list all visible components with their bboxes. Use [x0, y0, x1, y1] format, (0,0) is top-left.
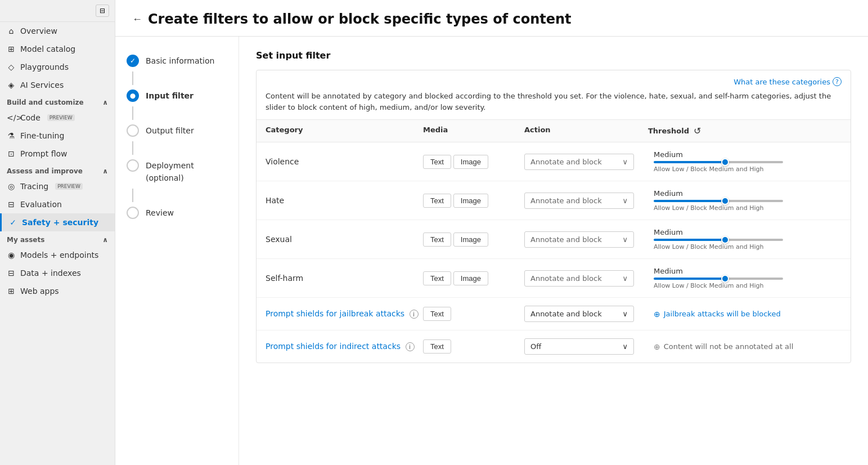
sidebar-item-label: Playgrounds	[20, 62, 69, 71]
category-sexual: Sexual	[266, 235, 423, 244]
action-dropdown-indirect[interactable]: Off ∨	[524, 338, 634, 355]
media-text-jailbreak[interactable]: Text	[423, 307, 451, 321]
media-text-violence[interactable]: Text	[423, 155, 451, 169]
sidebar-item-safety-security[interactable]: ✓ Safety + security	[0, 213, 115, 231]
wizard-step-basic-info[interactable]: ✓ Basic information	[127, 50, 227, 71]
dropdown-chevron-icon: ∨	[622, 342, 628, 351]
overview-icon: ⌂	[7, 26, 16, 35]
build-customize-section[interactable]: Build and customize ∧	[0, 94, 115, 109]
action-dropdown-self-harm[interactable]: Annotate and block ∨	[524, 270, 634, 287]
sidebar-item-models-endpoints[interactable]: ◉ Models + endpoints	[0, 246, 115, 264]
step-connector	[132, 141, 133, 155]
playgrounds-icon: ◇	[7, 62, 16, 71]
sidebar-item-model-catalog[interactable]: ⊞ Model catalog	[0, 40, 115, 58]
expand-icon: ∧	[102, 236, 108, 244]
table-header: Category Media Action Threshold ↺	[257, 120, 851, 142]
preview-badge: PREVIEW	[55, 183, 83, 190]
action-dropdown-jailbreak[interactable]: Annotate and block ∨	[524, 306, 634, 322]
sidebar-top: ⊟	[0, 0, 115, 22]
table-row: Sexual Text Image Annotate and block ∨ M…	[257, 220, 851, 259]
sidebar-item-code[interactable]: </> Code PREVIEW	[0, 109, 115, 127]
assess-improve-section[interactable]: Assess and improve ∧	[0, 163, 115, 177]
sidebar-item-label: Model catalog	[20, 44, 75, 53]
media-image-violence[interactable]: Image	[453, 155, 488, 169]
col-media: Media	[423, 126, 524, 136]
preview-badge: PREVIEW	[47, 114, 75, 121]
media-image-self-harm[interactable]: Image	[453, 271, 488, 285]
media-text-self-harm[interactable]: Text	[423, 271, 451, 285]
media-text-sexual[interactable]: Text	[423, 232, 451, 247]
sidebar-item-label: Models + endpoints	[20, 251, 98, 260]
threshold-slider-sexual[interactable]	[654, 239, 783, 241]
threshold-slider-self-harm[interactable]	[654, 278, 783, 280]
media-image-sexual[interactable]: Image	[453, 232, 488, 247]
table-row: Self-harm Text Image Annotate and block …	[257, 259, 851, 298]
sidebar-toggle-button[interactable]: ⊟	[96, 5, 109, 17]
wizard-step-deployment[interactable]: Deployment (optional)	[127, 155, 227, 189]
threshold-slider-hate[interactable]	[654, 200, 783, 202]
step-label-deployment: Deployment (optional)	[146, 159, 227, 184]
wizard-steps: ✓ Basic information ● Input filter Outpu…	[115, 37, 239, 465]
category-prompt-shields-jailbreak: Prompt shields for jailbreak attacks i	[266, 309, 423, 319]
media-image-hate[interactable]: Image	[453, 194, 488, 208]
col-threshold: Threshold	[648, 127, 689, 135]
prompt-flow-icon: ⊡	[7, 149, 16, 158]
sidebar-item-data-indexes[interactable]: ⊟ Data + indexes	[0, 264, 115, 282]
ai-services-icon: ◈	[7, 81, 16, 90]
action-dropdown-sexual[interactable]: Annotate and block ∨	[524, 231, 634, 248]
info-icon-indirect[interactable]: i	[406, 342, 415, 351]
my-assets-label: My assets	[7, 236, 44, 244]
main-panel: Set input filter What are these categori…	[239, 37, 868, 465]
sidebar-item-web-apps[interactable]: ⊞ Web apps	[0, 282, 115, 300]
sidebar-item-overview[interactable]: ⌂ Overview	[0, 22, 115, 40]
sidebar-item-prompt-flow[interactable]: ⊡ Prompt flow	[0, 145, 115, 163]
dropdown-chevron-icon: ∨	[622, 158, 628, 166]
step-indicator-review	[127, 207, 139, 219]
table-row: Prompt shields for indirect attacks i Te…	[257, 330, 851, 363]
fine-tuning-icon: ⚗	[7, 131, 16, 140]
threshold-violence: Medium Allow Low / Block Medium and High	[648, 150, 842, 173]
dropdown-chevron-icon: ∨	[622, 310, 628, 318]
media-buttons-jailbreak: Text	[423, 307, 524, 321]
media-buttons-violence: Text Image	[423, 155, 524, 169]
reset-button[interactable]: ↺	[694, 126, 701, 136]
safety-security-icon: ✓	[8, 218, 17, 227]
dropdown-chevron-icon: ∨	[622, 274, 628, 283]
info-icon-jailbreak[interactable]: i	[410, 310, 419, 319]
media-text-hate[interactable]: Text	[423, 194, 451, 208]
shield-icon: ⊕	[654, 310, 660, 319]
model-catalog-icon: ⊞	[7, 44, 16, 53]
table-row: Hate Text Image Annotate and block ∨ Med…	[257, 181, 851, 220]
models-icon: ◉	[7, 251, 16, 260]
action-dropdown-violence[interactable]: Annotate and block ∨	[524, 154, 634, 170]
action-dropdown-hate[interactable]: Annotate and block ∨	[524, 193, 634, 209]
category-prompt-shields-indirect: Prompt shields for indirect attacks i	[266, 342, 423, 352]
sidebar-item-fine-tuning[interactable]: ⚗ Fine-tuning	[0, 127, 115, 145]
my-assets-section[interactable]: My assets ∧	[0, 231, 115, 246]
what-categories-link[interactable]: What are these categories ?	[734, 77, 842, 86]
sidebar: ⊟ ⌂ Overview ⊞ Model catalog ◇ Playgroun…	[0, 0, 115, 465]
sidebar-item-playgrounds[interactable]: ◇ Playgrounds	[0, 58, 115, 76]
step-label-output-filter: Output filter	[146, 124, 194, 137]
step-connector	[132, 106, 133, 120]
back-button[interactable]: ←	[132, 14, 142, 25]
sidebar-item-ai-services[interactable]: ◈ AI Services	[0, 76, 115, 94]
build-customize-label: Build and customize	[7, 99, 84, 106]
evaluation-icon: ⊟	[7, 200, 16, 209]
category-violence: Violence	[266, 157, 423, 166]
media-text-indirect[interactable]: Text	[423, 339, 451, 354]
tracing-icon: ◎	[7, 182, 16, 191]
filter-header: What are these categories ?	[257, 70, 851, 91]
wizard-step-output-filter[interactable]: Output filter	[127, 120, 227, 141]
sidebar-item-tracing[interactable]: ◎ Tracing PREVIEW	[0, 177, 115, 195]
wizard-step-input-filter[interactable]: ● Input filter	[127, 85, 227, 106]
page-title: Create filters to allow or block specifi…	[148, 11, 572, 27]
step-label-input-filter: Input filter	[146, 90, 194, 102]
category-self-harm: Self-harm	[266, 274, 423, 283]
media-buttons-self-harm: Text Image	[423, 271, 524, 285]
off-shield-icon: ⊕	[654, 342, 660, 351]
threshold-slider-violence[interactable]	[654, 161, 783, 163]
threshold-self-harm: Medium Allow Low / Block Medium and High	[648, 267, 842, 289]
sidebar-item-evaluation[interactable]: ⊟ Evaluation	[0, 195, 115, 213]
wizard-step-review[interactable]: Review	[127, 202, 227, 223]
